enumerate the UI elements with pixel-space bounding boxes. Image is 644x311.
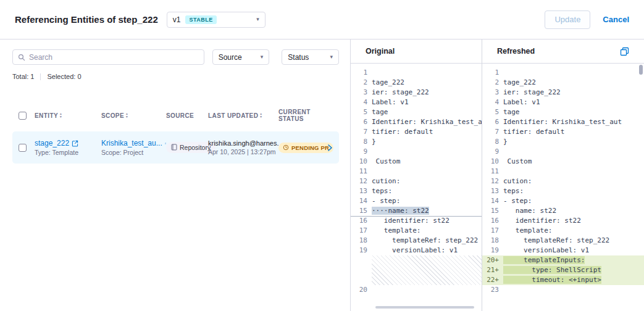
chevron-right-icon[interactable] bbox=[328, 144, 339, 151]
line-number: 5 bbox=[482, 107, 503, 117]
code-line: 14- step: bbox=[482, 196, 644, 206]
cancel-button[interactable]: Cancel bbox=[603, 15, 629, 24]
column-current-status-label: CURRENT STATUS bbox=[278, 109, 328, 122]
line-number: 2 bbox=[482, 78, 503, 88]
line-number: 16 bbox=[351, 216, 372, 226]
table-row[interactable]: stage_222 Type: Template Krishika_test_a… bbox=[12, 131, 339, 164]
line-number: 9 bbox=[482, 147, 503, 157]
select-all-checkbox[interactable] bbox=[19, 112, 27, 120]
code-line: 16 identifier: st22 bbox=[351, 216, 482, 226]
updated-by: krishika.singh@harnes... bbox=[208, 139, 278, 147]
code-line: 21+ type: ShellScript bbox=[482, 265, 644, 275]
line-number: 19 bbox=[351, 246, 372, 255]
refreshed-pane-title: Refreshed bbox=[497, 47, 535, 56]
code-line: 19 versionLabel: v1 bbox=[351, 246, 482, 255]
vertical-scrollbar-thumb[interactable] bbox=[639, 65, 643, 75]
sort-icon: ▴▾ bbox=[126, 112, 128, 118]
code-line: 16 identifier: st22 bbox=[482, 216, 644, 226]
dialog-actions: Update Cancel bbox=[545, 10, 629, 29]
scope-detail: Scope: Project bbox=[101, 149, 166, 156]
clock-icon bbox=[283, 144, 289, 151]
original-code-editor[interactable]: 12tage_2223ier: stage_2224Label: v15tage… bbox=[351, 64, 482, 311]
row-checkbox[interactable] bbox=[19, 144, 27, 152]
line-number: 17 bbox=[482, 226, 503, 236]
code-line: 3ier: stage_222 bbox=[482, 88, 644, 97]
line-number: 3 bbox=[351, 88, 372, 97]
page-title: Referencing Entities of step_222 bbox=[15, 14, 158, 25]
code-line: 15····name: st22 bbox=[351, 206, 482, 216]
line-number: 21+ bbox=[482, 265, 503, 275]
line-number: 9 bbox=[351, 147, 372, 157]
code-line: 1 bbox=[482, 68, 644, 78]
code-line: 15 name: st22 bbox=[482, 206, 644, 216]
line-number: 11 bbox=[482, 167, 503, 176]
update-button[interactable]: Update bbox=[545, 10, 590, 29]
chevron-down-icon: ▾ bbox=[261, 54, 264, 60]
line-number: 12 bbox=[351, 176, 372, 186]
line-number: 14 bbox=[351, 196, 372, 206]
line-number: 18 bbox=[482, 236, 503, 246]
repository-icon bbox=[171, 144, 177, 151]
code-line: 17 template: bbox=[351, 226, 482, 236]
code-line: 11 bbox=[482, 167, 644, 176]
code-line: 5tage bbox=[482, 107, 644, 117]
column-current-status: CURRENT STATUS bbox=[278, 109, 328, 122]
code-line: 4Label: v1 bbox=[482, 97, 644, 107]
code-line: 6Identifier: Krishika_test_aut bbox=[482, 117, 644, 127]
status-filter-label: Status bbox=[288, 53, 309, 62]
line-number: 6 bbox=[351, 117, 372, 127]
search-input[interactable] bbox=[29, 53, 199, 62]
code-line: 9 bbox=[482, 147, 644, 157]
copy-icon[interactable] bbox=[620, 47, 629, 56]
code-line: 4Label: v1 bbox=[351, 97, 482, 107]
code-line: 3ier: stage_222 bbox=[351, 88, 482, 97]
column-entity-label: ENTITY bbox=[35, 112, 58, 119]
source-cell: Repository bbox=[166, 142, 208, 154]
code-line: 1 bbox=[351, 68, 482, 78]
line-number: 6 bbox=[482, 117, 503, 127]
diff-gap bbox=[351, 255, 482, 285]
filter-bar: Source ▾ Status ▾ bbox=[12, 49, 339, 65]
code-line: 20+ templateInputs: bbox=[482, 255, 644, 265]
code-line: 20 bbox=[351, 285, 482, 295]
code-line: 12cution: bbox=[482, 176, 644, 186]
code-line: 18 templateRef: step_222 bbox=[482, 236, 644, 246]
line-number: 20+ bbox=[482, 255, 503, 265]
column-last-updated[interactable]: LAST UPDATED ▴▾ bbox=[208, 112, 278, 119]
line-number: 15 bbox=[482, 206, 503, 216]
last-updated-cell: krishika.singh@harnes... Apr 10, 2025 | … bbox=[208, 139, 278, 156]
source-filter[interactable]: Source ▾ bbox=[212, 49, 270, 65]
version-select[interactable]: v1 STABLE ▾ bbox=[167, 12, 266, 28]
chevron-down-icon: ▾ bbox=[256, 17, 259, 22]
column-entity[interactable]: ENTITY ▴▾ bbox=[35, 112, 101, 119]
code-line: 18 templateRef: step_222 bbox=[351, 236, 482, 246]
line-number: 13 bbox=[351, 186, 372, 196]
refreshed-pane: Refreshed 12tage_2223ier: stage_2224Labe… bbox=[482, 39, 644, 311]
main-content: Source ▾ Status ▾ Total: 1 Selected: 0 E… bbox=[0, 39, 644, 311]
selection-summary: Total: 1 Selected: 0 bbox=[12, 73, 339, 80]
line-number: 13 bbox=[482, 186, 503, 196]
status-filter[interactable]: Status ▾ bbox=[282, 49, 339, 65]
code-line: 13teps: bbox=[351, 186, 482, 196]
refreshed-code-editor[interactable]: 12tage_2223ier: stage_2224Label: v15tage… bbox=[482, 64, 644, 311]
line-number: 7 bbox=[482, 127, 503, 137]
column-scope[interactable]: SCOPE ▴▾ bbox=[101, 112, 166, 119]
line-number: 4 bbox=[351, 97, 372, 107]
line-number: 16 bbox=[482, 216, 503, 226]
entity-name-link[interactable]: stage_222 bbox=[35, 139, 69, 147]
line-number: 8 bbox=[482, 137, 503, 147]
code-line: 12cution: bbox=[351, 176, 482, 186]
code-line: 14- step: bbox=[351, 196, 482, 206]
status-cell: PENDING PR bbox=[278, 142, 328, 153]
line-number: 4 bbox=[482, 97, 503, 107]
scope-name-link[interactable]: Krishika_test_au... bbox=[101, 139, 162, 147]
status-badge: PENDING PR bbox=[278, 143, 333, 153]
horizontal-scrollbar-thumb[interactable] bbox=[375, 306, 474, 309]
version-value: v1 bbox=[173, 15, 181, 24]
stable-badge: STABLE bbox=[185, 15, 216, 24]
original-pane-title: Original bbox=[366, 47, 395, 56]
code-line: 6Identifier: Krishika_test_aut bbox=[351, 117, 482, 127]
line-number: 7 bbox=[351, 127, 372, 137]
column-source-label: SOURCE bbox=[166, 112, 194, 119]
column-scope-label: SCOPE bbox=[101, 112, 124, 119]
